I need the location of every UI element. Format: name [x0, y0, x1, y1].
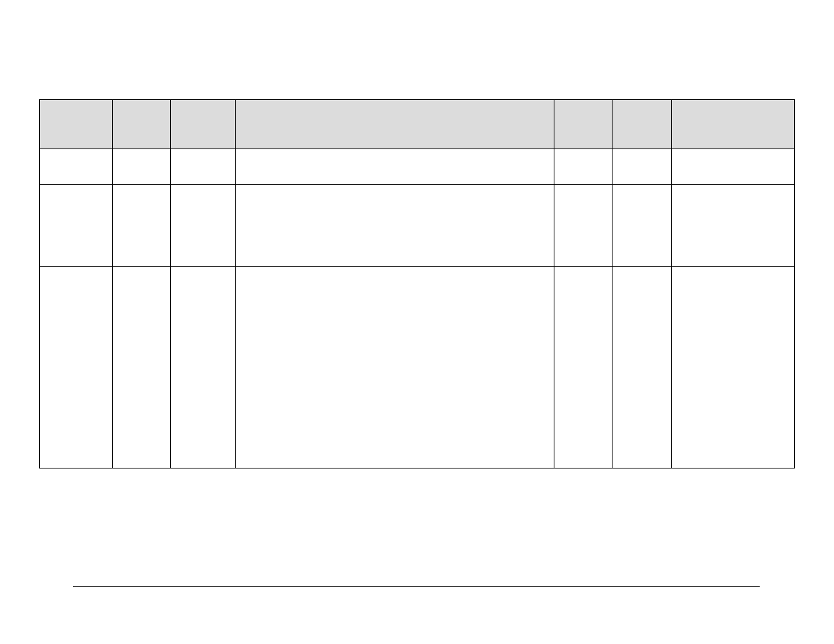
table-cell — [40, 185, 113, 267]
table-cell — [554, 267, 613, 468]
table-cell — [613, 149, 672, 185]
table-header-cell — [236, 100, 554, 149]
table-header-cell — [171, 100, 236, 149]
table-row — [40, 185, 795, 267]
table-header-cell — [613, 100, 672, 149]
table-cell — [236, 267, 554, 468]
table-header-cell — [554, 100, 613, 149]
table-cell — [613, 185, 672, 267]
table-header-cell — [672, 100, 795, 149]
table-cell — [171, 185, 236, 267]
table-cell — [40, 267, 113, 468]
table-cell — [113, 267, 171, 468]
table-cell — [554, 149, 613, 185]
footer-divider — [73, 586, 760, 587]
table-header-cell — [40, 100, 113, 149]
table-row — [40, 149, 795, 185]
table-cell — [672, 267, 795, 468]
table-row — [40, 267, 795, 468]
table-cell — [554, 185, 613, 267]
table-header-cell — [113, 100, 171, 149]
table-cell — [171, 267, 236, 468]
table-cell — [171, 149, 236, 185]
table-cell — [672, 149, 795, 185]
table-cell — [672, 185, 795, 267]
table-cell — [236, 149, 554, 185]
table-cell — [40, 149, 113, 185]
document-table — [39, 99, 795, 468]
table-cell — [113, 185, 171, 267]
table-cell — [113, 149, 171, 185]
table-header-row — [40, 100, 795, 149]
table-cell — [236, 185, 554, 267]
page — [0, 0, 834, 644]
table-cell — [613, 267, 672, 468]
